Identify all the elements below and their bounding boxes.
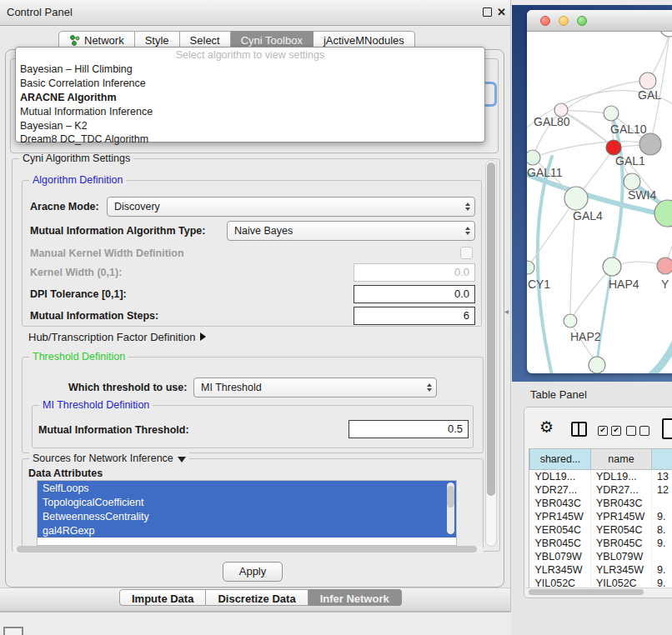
deselect-all-checks-icon[interactable] [626, 426, 649, 436]
settings-horizontal-scrollbar[interactable] [13, 546, 484, 553]
document-icon[interactable] [662, 418, 672, 439]
apply-button[interactable]: Apply [223, 562, 283, 582]
dpi-tolerance-field[interactable]: 0.0 [354, 285, 475, 303]
algorithm-definition-title: Algorithm Definition [29, 174, 126, 186]
attribute-item[interactable]: TopologicalCoefficient [38, 495, 456, 509]
mac-close-icon[interactable] [540, 16, 550, 26]
panel-title: Control Panel [7, 6, 73, 18]
mi-threshold-field[interactable]: 0.5 [349, 420, 469, 438]
table-row[interactable]: YDL19...YDL19...13 [530, 470, 672, 484]
network-window[interactable]: GALGAL80GAL10GAL1GAL11GAL4SWI4GCY1HAP4YH… [527, 10, 672, 373]
data-attributes-list[interactable]: SelfLoopsTopologicalCoefficientBetweenne… [37, 480, 457, 546]
tab-label: jActiveMNodules [323, 34, 404, 47]
algorithm-option[interactable]: Mutual Information Inference [16, 104, 484, 118]
mi-algorithm-type-value: Naive Bayes [228, 225, 461, 237]
list-scrollbar[interactable] [447, 482, 454, 534]
close-panel-icon[interactable]: ✕ [497, 8, 507, 18]
attribute-item[interactable]: BetweennessCentrality [38, 509, 456, 523]
table-row[interactable]: YDR27...YDR27...12 [530, 483, 672, 497]
network-view-frame: GALGAL80GAL10GAL1GAL11GAL4SWI4GCY1HAP4YH… [512, 5, 672, 382]
mi-algorithm-type-select[interactable]: Naive Bayes [227, 221, 475, 241]
network-node[interactable] [654, 200, 672, 227]
sources-title[interactable]: Sources for Network Inference [29, 452, 189, 464]
network-edge[interactable] [644, 322, 672, 373]
settings-vertical-scrollbar[interactable] [485, 160, 497, 547]
table-cell: YBR045C [591, 537, 652, 550]
table-cell: YBL079W [591, 550, 652, 563]
network-edge[interactable] [538, 157, 552, 373]
network-node-gal11[interactable] [527, 150, 540, 165]
select-all-checks-icon[interactable]: ✔✔ [598, 426, 621, 436]
network-node-gal4[interactable] [564, 187, 588, 210]
network-canvas[interactable]: GALGAL80GAL10GAL1GAL11GAL4SWI4GCY1HAP4YH… [527, 32, 672, 373]
network-edge[interactable] [528, 198, 576, 268]
which-threshold-label: Which threshold to use: [68, 382, 187, 393]
table-row[interactable]: YLR345WYLR345W9. [530, 563, 672, 577]
table-row[interactable]: YER054CYER054C8. [530, 523, 672, 537]
mac-minimize-icon[interactable] [559, 16, 569, 26]
network-node-gcy1[interactable] [527, 261, 534, 274]
table-cell: YLR345W [530, 563, 591, 577]
table-cell: YBR043C [530, 497, 591, 510]
column-header[interactable]: name [591, 449, 652, 470]
hub-factor-section[interactable]: Hub/Transcription Factor Definition [28, 331, 206, 343]
kernel-width-field[interactable]: 0.0 [354, 263, 475, 282]
algorithm-option[interactable]: ARACNE Algorithm [16, 91, 484, 105]
node-label: GAL80 [534, 115, 570, 128]
column-header[interactable]: A [652, 449, 672, 470]
network-node[interactable] [589, 357, 605, 373]
algorithm-option[interactable]: Bayesian – K2 [16, 118, 484, 132]
table-row[interactable]: YBR045CYBR045C9. [530, 537, 672, 550]
table-cell: YBR045C [530, 537, 591, 550]
table-panel-title: Table Panel [530, 388, 587, 401]
node-attribute-table[interactable]: shared...nameAYDL19...YDL19...13YDR27...… [529, 448, 672, 590]
column-header[interactable]: shared... [530, 449, 591, 470]
table-row[interactable]: YBL079WYBL079W [530, 550, 672, 563]
node-label: GCY1 [527, 278, 550, 291]
network-node[interactable] [659, 32, 672, 37]
float-panel-icon[interactable] [483, 8, 492, 17]
aracne-mode-select[interactable]: Discovery [107, 197, 475, 217]
columns-icon[interactable] [571, 422, 587, 437]
attribute-item[interactable]: gal4RGexp [38, 523, 456, 538]
network-node[interactable] [639, 133, 661, 155]
network-edge[interactable] [564, 81, 648, 111]
network-edge[interactable] [570, 267, 612, 321]
table-cell: YBL079W [530, 550, 591, 563]
algorithm-option[interactable]: Bayesian – Hill Climbing [16, 62, 484, 77]
tab-discretize-data[interactable]: Discretize Data [206, 589, 308, 606]
table-cell: YDR27... [530, 483, 591, 497]
network-node-y[interactable] [657, 258, 672, 274]
network-node-swi4[interactable] [624, 173, 640, 190]
mi-steps-field[interactable]: 6 [354, 307, 475, 325]
network-window-titlebar[interactable] [527, 10, 672, 32]
panel-divider-handle[interactable]: ◂ [504, 307, 509, 316]
node-label: SWI4 [628, 188, 656, 202]
mac-zoom-icon[interactable] [577, 16, 587, 26]
network-node-gal1[interactable] [606, 140, 621, 155]
tab-impute-data[interactable]: Impute Data [119, 589, 206, 606]
manual-kernel-checkbox[interactable] [460, 247, 473, 259]
table-row[interactable]: YBR043CYBR043C [530, 497, 672, 510]
network-node-gal10[interactable] [604, 106, 619, 121]
collapse-down-icon[interactable] [178, 457, 186, 462]
table-horizontal-scrollbar[interactable] [525, 588, 672, 596]
expand-right-icon[interactable] [200, 332, 206, 341]
tab-infer-network[interactable]: Infer Network [308, 589, 402, 606]
manual-kernel-label: Manual Kernel Width Definition [30, 248, 184, 259]
table-row[interactable]: YPR145WYPR145W9. [530, 510, 672, 523]
minimized-window-icon[interactable] [3, 627, 23, 635]
which-threshold-select[interactable]: MI Threshold [193, 378, 437, 398]
network-node-hap4[interactable] [603, 258, 621, 276]
algorithm-option[interactable]: Dream8 DC_TDC Algorithm [16, 132, 484, 147]
mi-threshold-definition-title: MI Threshold Definition [39, 399, 153, 411]
node-label: GAL11 [527, 166, 563, 179]
network-node-gal[interactable] [639, 72, 656, 89]
attribute-item[interactable]: SelfLoops [38, 481, 456, 495]
gear-icon[interactable]: ⚙ [539, 418, 554, 437]
node-label: GAL1 [615, 154, 645, 168]
algorithm-dropdown-list[interactable]: Select algorithm to view settings Bayesi… [15, 47, 485, 142]
table-cell: 13 [652, 470, 672, 484]
algorithm-option[interactable]: Basic Correlation Inference [16, 77, 484, 91]
network-node-hap2[interactable] [564, 314, 577, 328]
